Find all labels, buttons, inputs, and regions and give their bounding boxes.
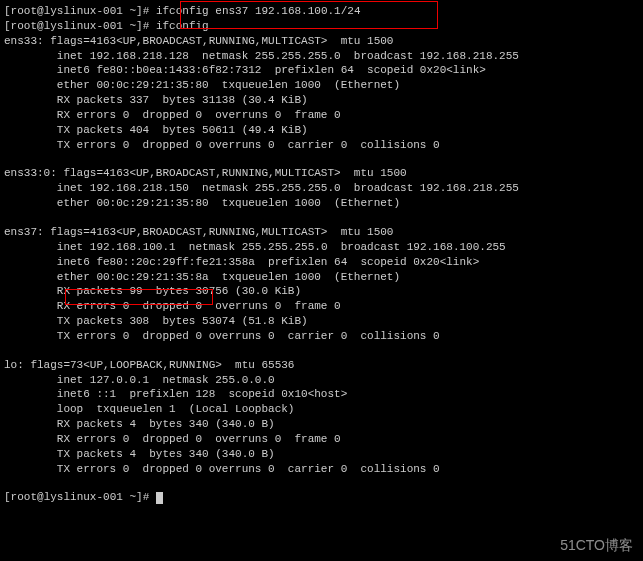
interface-ens33-0: ens33:0: flags=4163<UP,BROADCAST,RUNNING… [4, 166, 639, 211]
ens37-rx-errors: RX errors 0 dropped 0 overruns 0 frame 0 [4, 299, 639, 314]
ens37-inet: inet 192.168.100.1 netmask 255.255.255.0… [4, 240, 639, 255]
ens33-header: ens33: flags=4163<UP,BROADCAST,RUNNING,M… [4, 34, 639, 49]
ens33-rx-packets: RX packets 337 bytes 31138 (30.4 KiB) [4, 93, 639, 108]
lo-tx-packets: TX packets 4 bytes 340 (340.0 B) [4, 447, 639, 462]
ens37-rx-packets: RX packets 99 bytes 30756 (30.0 KiB) [4, 284, 639, 299]
interface-lo: lo: flags=73<UP,LOOPBACK,RUNNING> mtu 65… [4, 358, 639, 477]
prompt-line-3[interactable]: [root@lyslinux-001 ~]# [4, 490, 639, 505]
command-2: ifconfig [156, 20, 209, 32]
ens33-rx-errors: RX errors 0 dropped 0 overruns 0 frame 0 [4, 108, 639, 123]
ens33-ether: ether 00:0c:29:21:35:80 txqueuelen 1000 … [4, 78, 639, 93]
ens37-tx-packets: TX packets 308 bytes 53074 (51.8 KiB) [4, 314, 639, 329]
ens37-tx-errors: TX errors 0 dropped 0 overruns 0 carrier… [4, 329, 639, 344]
ens33-0-inet: inet 192.168.218.150 netmask 255.255.255… [4, 181, 639, 196]
lo-rx-packets: RX packets 4 bytes 340 (340.0 B) [4, 417, 639, 432]
ens33-0-header: ens33:0: flags=4163<UP,BROADCAST,RUNNING… [4, 166, 639, 181]
command-1: ifconfig ens37 192.168.100.1/24 [156, 5, 361, 17]
prompt-line-2: [root@lyslinux-001 ~]# ifconfig [4, 19, 639, 34]
lo-inet: inet 127.0.0.1 netmask 255.0.0.0 [4, 373, 639, 388]
ens33-inet: inet 192.168.218.128 netmask 255.255.255… [4, 49, 639, 64]
ens33-0-ether: ether 00:0c:29:21:35:80 txqueuelen 1000 … [4, 196, 639, 211]
prompt-line-1: [root@lyslinux-001 ~]# ifconfig ens37 19… [4, 4, 639, 19]
lo-inet6: inet6 ::1 prefixlen 128 scopeid 0x10<hos… [4, 387, 639, 402]
lo-tx-errors: TX errors 0 dropped 0 overruns 0 carrier… [4, 462, 639, 477]
interface-ens37: ens37: flags=4163<UP,BROADCAST,RUNNING,M… [4, 225, 639, 344]
lo-loop: loop txqueuelen 1 (Local Loopback) [4, 402, 639, 417]
watermark-text: 51CTO博客 [560, 536, 633, 555]
ens33-inet6: inet6 fe80::b0ea:1433:6f82:7312 prefixle… [4, 63, 639, 78]
ens37-ip-address: 192.168.100.1 [90, 241, 176, 253]
lo-header: lo: flags=73<UP,LOOPBACK,RUNNING> mtu 65… [4, 358, 639, 373]
terminal-output[interactable]: [root@lyslinux-001 ~]# ifconfig ens37 19… [4, 4, 639, 505]
cursor-icon [156, 492, 163, 504]
lo-rx-errors: RX errors 0 dropped 0 overruns 0 frame 0 [4, 432, 639, 447]
ens37-inet6: inet6 fe80::20c:29ff:fe21:358a prefixlen… [4, 255, 639, 270]
ens37-header: ens37: flags=4163<UP,BROADCAST,RUNNING,M… [4, 225, 639, 240]
ens33-tx-errors: TX errors 0 dropped 0 overruns 0 carrier… [4, 138, 639, 153]
ens33-tx-packets: TX packets 404 bytes 50611 (49.4 KiB) [4, 123, 639, 138]
ens37-ether: ether 00:0c:29:21:35:8a txqueuelen 1000 … [4, 270, 639, 285]
interface-ens33: ens33: flags=4163<UP,BROADCAST,RUNNING,M… [4, 34, 639, 153]
